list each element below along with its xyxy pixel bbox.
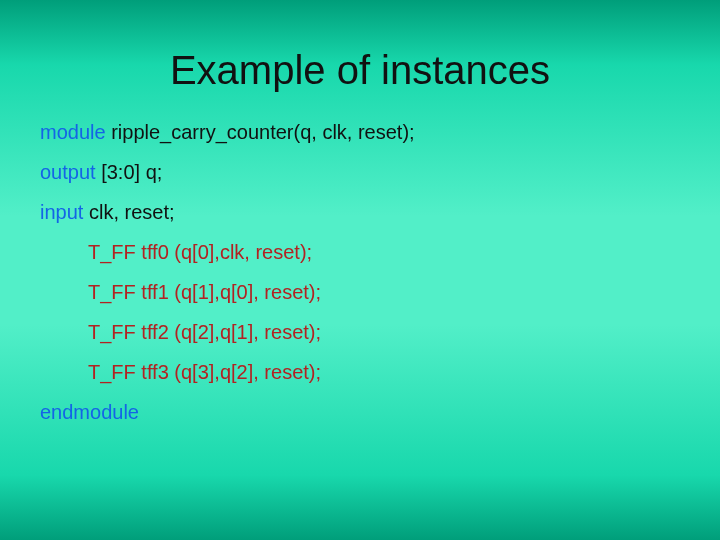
slide-title: Example of instances [40, 0, 680, 121]
keyword-endmodule: endmodule [40, 401, 680, 423]
code-line-5: T_FF tff1 (q[1],q[0], reset); [40, 281, 680, 303]
keyword-output: output [40, 161, 96, 183]
code-line-3: input clk, reset; [40, 201, 680, 223]
code-line-2: output [3:0] q; [40, 161, 680, 183]
code-line-1: module ripple_carry_counter(q, clk, rese… [40, 121, 680, 143]
code-text: [3:0] q; [96, 161, 163, 183]
code-text: clk, reset; [83, 201, 174, 223]
code-text: ripple_carry_counter(q, clk, reset); [106, 121, 415, 143]
keyword-input: input [40, 201, 83, 223]
code-line-4: T_FF tff0 (q[0],clk, reset); [40, 241, 680, 263]
code-block: module ripple_carry_counter(q, clk, rese… [40, 121, 680, 423]
code-line-6: T_FF tff2 (q[2],q[1], reset); [40, 321, 680, 343]
keyword-module: module [40, 121, 106, 143]
slide: Example of instances module ripple_carry… [0, 0, 720, 540]
code-line-7: T_FF tff3 (q[3],q[2], reset); [40, 361, 680, 383]
